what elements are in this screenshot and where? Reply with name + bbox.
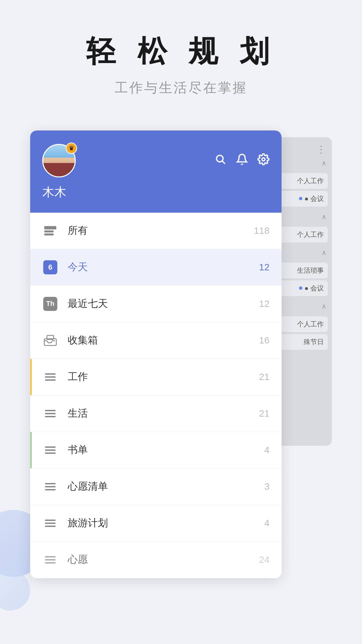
menu-item-more-partial[interactable]: 心愿 24 <box>30 542 282 578</box>
app-card-wrapper: ⋮ ∧ 个人工作 ● 会议 ∧ 个人工作 ∧ 生活琐事 ● 会议 ∧ 个人工作 … <box>30 130 332 578</box>
stack-icon <box>42 223 58 239</box>
th-text-badge: Th <box>43 297 57 311</box>
lines-icon-travel <box>42 515 58 531</box>
avatar-wrap[interactable]: ♛ <box>42 144 76 177</box>
header-top: ♛ <box>42 144 269 177</box>
menu-label-life: 生活 <box>68 407 259 420</box>
gear-icon <box>257 153 269 165</box>
username-label: 木木 <box>42 184 269 201</box>
inbox-svg <box>44 335 57 346</box>
menu-label-today: 今天 <box>68 260 259 274</box>
menu-item-travel[interactable]: 旅游计划 4 <box>30 505 282 542</box>
lines-icon-more <box>42 552 58 568</box>
notification-button[interactable] <box>236 153 248 168</box>
menu-label-more: 心愿 <box>68 553 259 567</box>
hero-subtitle: 工作与生活尽在掌握 <box>115 78 247 97</box>
lines-icon-wishes <box>42 479 58 495</box>
lines-icon-work <box>42 369 58 385</box>
menu-count-wishes: 3 <box>264 481 269 492</box>
bell-icon <box>236 153 248 165</box>
menu-count-work: 21 <box>259 372 269 382</box>
books-color-bar <box>30 432 32 468</box>
menu-count-all: 118 <box>254 225 269 236</box>
menu-label-travel: 旅游计划 <box>68 516 264 530</box>
menu-label-all: 所有 <box>68 224 254 237</box>
menu-item-week[interactable]: Th 最近七天 12 <box>30 286 282 322</box>
header-icons <box>215 153 269 168</box>
menu-label-inbox: 收集箱 <box>68 333 259 347</box>
main-card: ♛ <box>30 130 282 578</box>
calendar-date-badge: 6 <box>43 260 57 274</box>
menu-label-week: 最近七天 <box>68 297 259 311</box>
menu-label-work: 工作 <box>68 370 259 384</box>
menu-item-wishes[interactable]: 心愿清单 3 <box>30 469 282 505</box>
menu-count-more: 24 <box>259 554 269 565</box>
menu-item-today[interactable]: 6 今天 12 <box>30 249 282 286</box>
menu-count-life: 21 <box>259 408 269 419</box>
decorative-circle-2 <box>0 570 30 610</box>
search-button[interactable] <box>215 153 227 168</box>
th-calendar-icon: Th <box>42 296 58 312</box>
inbox-icon <box>42 332 58 348</box>
svg-point-0 <box>217 155 223 162</box>
search-icon <box>215 153 227 165</box>
menu-list: 所有 118 6 今天 12 Th 最近七天 12 <box>30 213 282 578</box>
settings-button[interactable] <box>257 153 269 168</box>
menu-count-travel: 4 <box>264 518 269 529</box>
menu-label-wishes: 心愿清单 <box>68 480 264 493</box>
work-color-bar <box>30 359 32 395</box>
crown-badge: ♛ <box>66 143 77 154</box>
svg-line-1 <box>222 161 225 164</box>
menu-item-life[interactable]: 生活 21 <box>30 395 282 432</box>
menu-label-books: 书单 <box>68 443 264 457</box>
menu-count-books: 4 <box>264 445 269 455</box>
menu-item-inbox[interactable]: 收集箱 16 <box>30 322 282 359</box>
menu-count-today: 12 <box>259 262 269 273</box>
lines-icon-books <box>42 442 58 458</box>
svg-point-2 <box>262 158 265 161</box>
calendar-today-icon: 6 <box>42 259 58 275</box>
card-header: ♛ <box>30 130 282 213</box>
hero-section: 轻 松 规 划 工作与生活尽在掌握 <box>0 0 362 117</box>
menu-count-inbox: 16 <box>259 335 269 346</box>
menu-count-week: 12 <box>259 299 269 309</box>
lines-icon-life <box>42 406 58 422</box>
hero-title: 轻 松 规 划 <box>86 34 276 69</box>
menu-item-work[interactable]: 工作 21 <box>30 359 282 395</box>
menu-item-books[interactable]: 书单 4 <box>30 432 282 469</box>
menu-item-all[interactable]: 所有 118 <box>30 213 282 249</box>
